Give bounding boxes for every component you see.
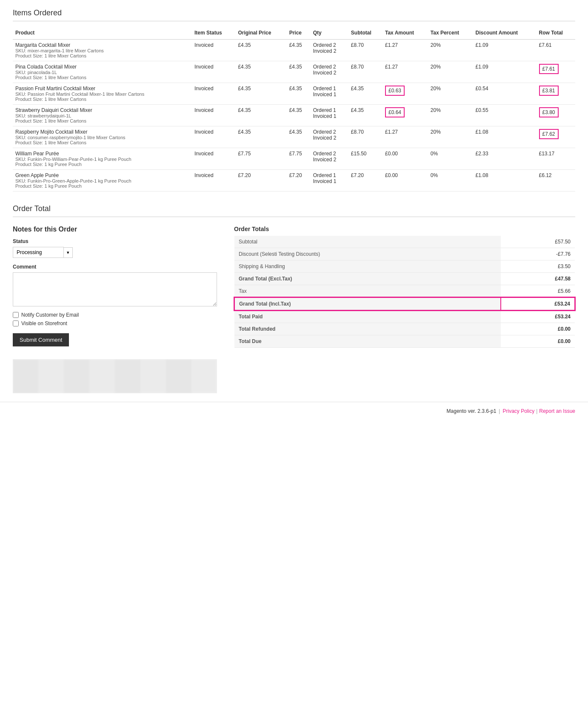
total-row: Grand Total (Excl.Tax) £47.58 xyxy=(234,273,575,285)
status-select[interactable]: Processing xyxy=(13,247,64,258)
tax-amount-cell: £0.63 xyxy=(382,83,428,105)
row-total-cell: £3.80 xyxy=(537,105,575,126)
table-row: Passion Fruit Martini Cocktail Mixer SKU… xyxy=(13,83,575,105)
col-tax-amount: Tax Amount xyxy=(382,26,428,40)
col-qty: Qty xyxy=(311,26,348,40)
qty-cell: Ordered 1Invoiced 1 xyxy=(311,170,348,192)
product-cell: Strawberry Daiquiri Cocktail Mixer SKU: … xyxy=(13,105,192,126)
product-name: Passion Fruit Martini Cocktail Mixer xyxy=(15,86,189,92)
item-status-cell: Invoiced xyxy=(192,83,235,105)
col-item-status: Item Status xyxy=(192,26,235,40)
total-row: Total Due £0.00 xyxy=(234,335,575,348)
tax-amount-cell: £1.27 xyxy=(382,61,428,83)
product-sku: SKU: Passion Fruit Martini Cocktail Mixe… xyxy=(15,92,189,97)
total-value: £57.50 xyxy=(501,236,575,248)
tax-percent-cell: 0% xyxy=(428,148,473,170)
page-footer: Magento ver. 2.3.6-p1 | Privacy Policy |… xyxy=(0,402,588,420)
total-row: Shipping & Handling £3.50 xyxy=(234,260,575,273)
total-value: £0.00 xyxy=(501,335,575,348)
col-original-price: Original Price xyxy=(235,26,286,40)
qty-cell: Ordered 1Invoiced 1 xyxy=(311,83,348,105)
tax-percent-cell: 20% xyxy=(428,40,473,61)
product-size: Product Size: 1 litre Mixer Cartons xyxy=(15,75,189,80)
product-cell: Pina Colada Cocktail Mixer SKU: pinacola… xyxy=(13,61,192,83)
col-product: Product xyxy=(13,26,192,40)
comment-textarea[interactable] xyxy=(13,272,217,306)
product-size: Product Size: 1 kg Puree Pouch xyxy=(15,162,189,167)
item-status-cell: Invoiced xyxy=(192,126,235,148)
subtotal-cell: £4.35 xyxy=(348,83,382,105)
status-dropdown-btn[interactable]: ▾ xyxy=(64,247,73,258)
original-price-cell: £4.35 xyxy=(235,61,286,83)
product-name: Raspberry Mojito Cocktail Mixer xyxy=(15,129,189,135)
notes-title: Notes for this Order xyxy=(13,226,217,233)
table-row: Pina Colada Cocktail Mixer SKU: pinacola… xyxy=(13,61,575,83)
item-status-cell: Invoiced xyxy=(192,148,235,170)
product-cell: Raspberry Mojito Cocktail Mixer SKU: con… xyxy=(13,126,192,148)
original-price-cell: £4.35 xyxy=(235,126,286,148)
table-row: Raspberry Mojito Cocktail Mixer SKU: con… xyxy=(13,126,575,148)
discount-cell: £2.33 xyxy=(473,148,537,170)
visible-storefront-label: Visible on Storefront xyxy=(21,320,67,326)
visible-storefront-row: Visible on Storefront xyxy=(13,320,217,326)
discount-cell: £1.09 xyxy=(473,40,537,61)
total-label: Total Refunded xyxy=(234,323,501,335)
col-row-total: Row Total xyxy=(537,26,575,40)
col-price: Price xyxy=(287,26,311,40)
total-value: £47.58 xyxy=(501,273,575,285)
status-label: Status xyxy=(13,238,217,244)
total-value: £0.00 xyxy=(501,323,575,335)
product-sku: SKU: pinacolada-1L xyxy=(15,70,189,75)
footer-separator-1: | xyxy=(499,408,500,414)
submit-comment-button[interactable]: Submit Comment xyxy=(13,333,69,346)
items-ordered-table: Product Item Status Original Price Price… xyxy=(13,26,575,192)
product-size: Product Size: 1 kg Puree Pouch xyxy=(15,183,189,189)
total-row: Subtotal £57.50 xyxy=(234,236,575,248)
report-issue-link[interactable]: Report an Issue xyxy=(539,408,575,414)
product-cell: Margarita Cocktail Mixer SKU: mixer-marg… xyxy=(13,40,192,61)
total-row: Grand Total (Incl.Tax) £53.24 xyxy=(234,297,575,310)
blurred-content xyxy=(13,359,217,393)
visible-storefront-checkbox[interactable] xyxy=(13,320,19,326)
table-row: William Pear Purée SKU: Funkin-Pro-Willi… xyxy=(13,148,575,170)
original-price-cell: £7.75 xyxy=(235,148,286,170)
product-cell: William Pear Purée SKU: Funkin-Pro-Willi… xyxy=(13,148,192,170)
col-tax-percent: Tax Percent xyxy=(428,26,473,40)
order-total-title: Order Total xyxy=(13,204,575,217)
discount-cell: £0.55 xyxy=(473,105,537,126)
order-total-section: Order Total Notes for this Order Status … xyxy=(13,204,575,393)
subtotal-cell: £7.20 xyxy=(348,170,382,192)
subtotal-cell: £8.70 xyxy=(348,61,382,83)
row-total-cell: £7.61 xyxy=(537,61,575,83)
row-total-cell: £6.12 xyxy=(537,170,575,192)
product-sku: SKU: consumer-raspberrymojito-1 litre Mi… xyxy=(15,135,189,140)
tax-percent-cell: 20% xyxy=(428,105,473,126)
col-discount-amount: Discount Amount xyxy=(473,26,537,40)
privacy-policy-link[interactable]: Privacy Policy xyxy=(502,408,534,414)
tax-percent-cell: 20% xyxy=(428,61,473,83)
original-price-cell: £4.35 xyxy=(235,40,286,61)
product-sku: SKU: strawberrydaiquiri-1L xyxy=(15,113,189,118)
tax-amount-cell: £1.27 xyxy=(382,126,428,148)
product-name: Margarita Cocktail Mixer xyxy=(15,42,189,48)
qty-cell: Ordered 2Invoiced 2 xyxy=(311,148,348,170)
qty-cell: Ordered 2Invoiced 2 xyxy=(311,40,348,61)
status-wrapper: Processing ▾ xyxy=(13,247,217,258)
product-sku: SKU: mixer-margarita-1 litre Mixer Carto… xyxy=(15,48,189,53)
table-row: Green Apple Purée SKU: Funkin-Pro-Green-… xyxy=(13,170,575,192)
items-ordered-title: Items Ordered xyxy=(13,9,575,21)
total-value: £5.66 xyxy=(501,285,575,298)
product-sku: SKU: Funkin-Pro-Green-Apple-Purée-1 kg P… xyxy=(15,178,189,183)
original-price-cell: £4.35 xyxy=(235,83,286,105)
product-name: William Pear Purée xyxy=(15,151,189,157)
product-sku: SKU: Funkin-Pro-William-Pear-Purée-1 kg … xyxy=(15,157,189,162)
totals-section: Order Totals Subtotal £57.50 Discount (S… xyxy=(234,226,575,393)
notify-customer-checkbox[interactable] xyxy=(13,312,19,318)
product-size: Product Size: 1 litre Mixer Cartons xyxy=(15,118,189,123)
total-value: £53.24 xyxy=(501,297,575,310)
item-status-cell: Invoiced xyxy=(192,61,235,83)
footer-links: Privacy Policy | Report an Issue xyxy=(502,408,575,414)
price-cell: £4.35 xyxy=(287,61,311,83)
discount-cell: £0.54 xyxy=(473,83,537,105)
total-row: Total Refunded £0.00 xyxy=(234,323,575,335)
